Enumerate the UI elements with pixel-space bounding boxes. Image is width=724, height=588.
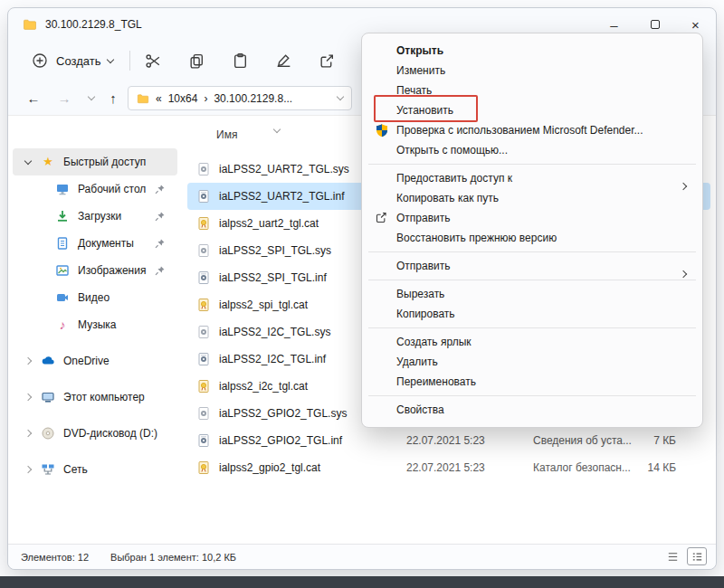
file-name: iaLPSS2_I2C_TGL.inf	[219, 353, 326, 365]
collapse-chevron-icon[interactable]	[24, 394, 33, 400]
copy-button[interactable]	[188, 52, 205, 70]
file-name: ialpss2_i2c_tgl.cat	[219, 380, 308, 393]
plus-circle-icon	[32, 52, 49, 70]
menu-item-defender-scan[interactable]: Проверка с использованием Microsoft Defe…	[367, 120, 698, 140]
dvd-disc-icon	[41, 426, 55, 441]
menu-item-label: Переименовать	[396, 375, 476, 388]
menu-item-label: Создать ярлык	[396, 336, 472, 348]
inf-file-icon	[196, 433, 211, 448]
star-icon: ★	[41, 155, 55, 169]
sidebar-item-label: Изображения	[78, 264, 146, 277]
sidebar-item-onedrive[interactable]: OneDrive	[13, 347, 177, 375]
breadcrumb-collapse[interactable]: «	[156, 92, 162, 105]
menu-item-label: Вырезать	[396, 288, 444, 300]
sidebar-item-label: Рабочий стол	[78, 183, 146, 195]
menu-item-cut[interactable]: Вырезать	[367, 284, 698, 304]
window-title: 30.100.2129.8_TGL	[45, 18, 142, 31]
pin-icon	[154, 211, 166, 223]
menu-item-edit[interactable]: Изменить	[367, 61, 698, 81]
menu-item-create-shortcut[interactable]: Создать ярлык	[367, 332, 698, 352]
file-name: iaLPSS2_SPI_TGL.sys	[219, 244, 331, 257]
share-button[interactable]	[319, 52, 336, 70]
menu-separator	[368, 280, 696, 280]
sidebar-item-network[interactable]: Сеть	[13, 456, 177, 483]
up-button[interactable]: ↑	[102, 87, 124, 109]
navigation-pane: ★ Быстрый доступ Рабочий стол Загрузки	[8, 116, 182, 544]
forward-button[interactable]: →	[53, 87, 75, 109]
menu-item-open[interactable]: Открыть	[367, 41, 698, 61]
sidebar-item-desktop[interactable]: Рабочий стол	[13, 175, 177, 203]
sys-file-icon	[196, 243, 211, 258]
file-row[interactable]: iaLPSS2_GPIO2_TGL.inf 22.07.2021 5:23 Св…	[187, 427, 710, 454]
menu-item-send-to[interactable]: Отправить	[367, 256, 698, 276]
sidebar-item-quick-access[interactable]: ★ Быстрый доступ	[13, 148, 177, 175]
back-button[interactable]: ←	[23, 87, 44, 109]
toolbar-icons	[145, 52, 379, 70]
menu-item-properties[interactable]: Свойства	[367, 400, 698, 420]
menu-item-copy[interactable]: Копировать	[367, 304, 698, 324]
downloads-icon	[55, 209, 70, 223]
sidebar-item-downloads[interactable]: Загрузки	[13, 203, 177, 230]
address-dropdown-icon[interactable]	[337, 93, 344, 100]
sidebar-item-dvd-drive[interactable]: DVD-дисковод (D:)	[13, 420, 177, 447]
rename-button[interactable]	[275, 52, 292, 70]
menu-item-label: Предоставить доступ к	[396, 172, 512, 185]
sys-file-icon	[196, 325, 211, 339]
file-row[interactable]: ialpss2_gpio2_tgl.cat 22.07.2021 5:23 Ка…	[187, 454, 710, 481]
address-bar[interactable]: « 10x64 › 30.100.2129.8...	[128, 86, 352, 110]
computer-icon	[41, 390, 55, 404]
sidebar-item-pictures[interactable]: Изображения	[13, 257, 177, 284]
menu-item-open-with[interactable]: Открыть с помощью...	[367, 140, 698, 160]
folder-icon	[137, 92, 149, 105]
menu-separator	[368, 164, 696, 165]
file-name: iaLPSS2_UART2_TGL.sys	[219, 163, 349, 175]
sidebar-item-videos[interactable]: Видео	[13, 284, 177, 311]
file-size: 7 КБ	[653, 434, 676, 447]
file-name: iaLPSS2_UART2_TGL.inf	[219, 190, 345, 203]
list-view-button[interactable]	[662, 547, 682, 565]
new-button[interactable]: Создать	[24, 47, 120, 75]
pin-icon	[154, 184, 166, 195]
details-view-button[interactable]	[687, 547, 707, 565]
file-name: iaLPSS2_I2C_TGL.sys	[219, 326, 330, 338]
music-note-icon: ♪	[55, 318, 70, 332]
inf-file-icon	[196, 270, 211, 285]
cut-button[interactable]	[145, 52, 162, 70]
pin-icon	[154, 238, 166, 250]
file-type: Сведения об уста...	[533, 434, 632, 447]
menu-item-delete[interactable]: Удалить	[367, 352, 698, 372]
collapse-chevron-icon[interactable]	[24, 358, 33, 364]
selection-info: Выбран 1 элемент: 10,2 КБ	[110, 552, 236, 563]
menu-item-give-access[interactable]: Предоставить доступ к	[367, 168, 698, 188]
chevron-down-icon	[88, 92, 95, 100]
column-header-name[interactable]: Имя	[216, 128, 237, 141]
menu-item-copy-as-path[interactable]: Копировать как путь	[367, 188, 698, 208]
sidebar-item-documents[interactable]: Документы	[13, 230, 177, 257]
breadcrumb-segment[interactable]: 30.100.2129.8...	[214, 92, 292, 105]
menu-item-share[interactable]: Отправить	[367, 208, 698, 228]
collapse-chevron-icon[interactable]	[24, 431, 33, 436]
sidebar-item-music[interactable]: ♪ Музыка	[13, 311, 177, 338]
menu-item-restore-previous[interactable]: Восстановить прежнюю версию	[367, 228, 698, 248]
breadcrumb-segment[interactable]: 10x64	[168, 92, 198, 105]
submenu-chevron-icon	[681, 263, 686, 283]
menu-item-label: Копировать как путь	[396, 192, 499, 204]
sidebar-item-label: Видео	[78, 291, 110, 304]
sidebar-item-label: Быстрый доступ	[63, 156, 146, 168]
history-dropdown-button[interactable]	[81, 87, 102, 109]
sys-file-icon	[196, 162, 211, 176]
desktop-icon	[55, 182, 70, 196]
paste-button[interactable]	[232, 52, 249, 70]
sidebar-item-label: Этот компьютер	[63, 391, 145, 403]
explorer-window: 30.100.2129.8_TGL – × Создать	[7, 7, 717, 570]
expand-chevron-icon[interactable]	[24, 161, 33, 164]
sidebar-item-this-pc[interactable]: Этот компьютер	[13, 384, 177, 411]
menu-item-rename[interactable]: Переименовать	[367, 372, 698, 392]
back-icon: ←	[27, 90, 41, 106]
documents-icon	[55, 236, 70, 251]
menu-item-label: Свойства	[396, 403, 444, 416]
chevron-down-icon	[107, 55, 114, 62]
up-icon: ↑	[110, 90, 117, 106]
collapse-chevron-icon[interactable]	[24, 467, 33, 472]
file-name: iaLPSS2_SPI_TGL.inf	[219, 271, 327, 284]
